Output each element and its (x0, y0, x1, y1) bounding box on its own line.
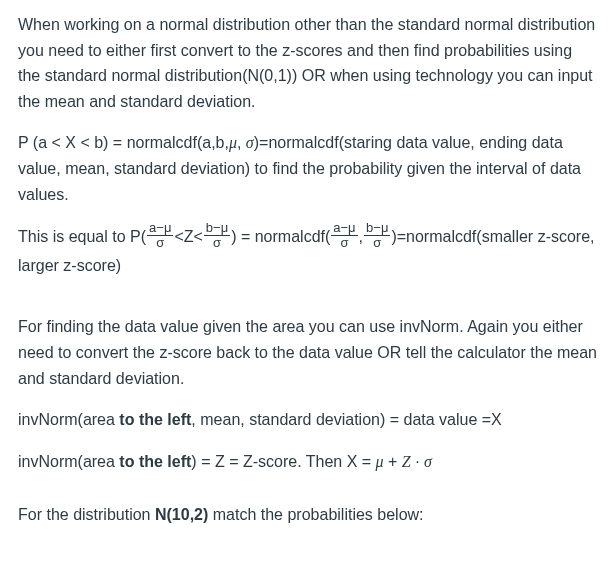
paragraph-intro: When working on a normal distribution ot… (18, 12, 598, 114)
text-segment: For the distribution (18, 506, 155, 523)
text-bold: to the left (119, 453, 191, 470)
symbol-mu: μ (376, 453, 384, 470)
text-bold: to the left (119, 411, 191, 428)
symbol-sigma: σ (424, 453, 432, 470)
fraction-numerator: a−μ (147, 221, 173, 236)
text-segment: ) = normalcdf( (231, 228, 330, 245)
text-segment: , (359, 228, 363, 245)
text-segment: invNorm(area (18, 411, 119, 428)
fraction-denominator: σ (331, 236, 357, 250)
paragraph-question-prompt: For the distribution N(10,2) match the p… (18, 502, 598, 528)
symbol-mu: μ (229, 134, 237, 151)
text-bold: N(10,2) (155, 506, 208, 523)
fraction: b−μσ (364, 221, 390, 251)
fraction-denominator: σ (204, 236, 230, 250)
fraction-denominator: σ (364, 236, 390, 250)
text-segment: <Z< (174, 228, 202, 245)
text-segment: , (237, 134, 246, 151)
text-segment: · (411, 453, 424, 470)
text-segment: match the probabilities below: (208, 506, 423, 523)
paragraph-invnorm-intro: For finding the data value given the are… (18, 314, 598, 391)
text-segment: + (384, 453, 402, 470)
fraction: b−μσ (204, 221, 230, 251)
fraction-numerator: b−μ (364, 221, 390, 236)
paragraph-normalcdf-definition: P (a < X < b) = normalcdf(a,b,μ, σ)=norm… (18, 130, 598, 207)
fraction: a−μσ (147, 221, 173, 251)
fraction-denominator: σ (147, 236, 173, 250)
text-segment: This is equal to P( (18, 228, 146, 245)
symbol-sigma: σ (246, 134, 254, 151)
symbol-z: Z (402, 453, 411, 470)
text-segment: invNorm(area (18, 453, 119, 470)
text-segment: ) = Z = Z-score. Then X = (191, 453, 375, 470)
paragraph-invnorm-formula-1: invNorm(area to the left, mean, standard… (18, 407, 598, 433)
paragraph-invnorm-formula-2: invNorm(area to the left) = Z = Z-score.… (18, 449, 598, 475)
fraction-numerator: b−μ (204, 221, 230, 236)
fraction-numerator: a−μ (331, 221, 357, 236)
text-segment: , mean, standard deviation) = data value… (191, 411, 501, 428)
fraction: a−μσ (331, 221, 357, 251)
paragraph-zscore-equivalence: This is equal to P(a−μσ<Z<b−μσ) = normal… (18, 223, 598, 278)
text-segment: P (a < X < b) = normalcdf(a,b, (18, 134, 229, 151)
